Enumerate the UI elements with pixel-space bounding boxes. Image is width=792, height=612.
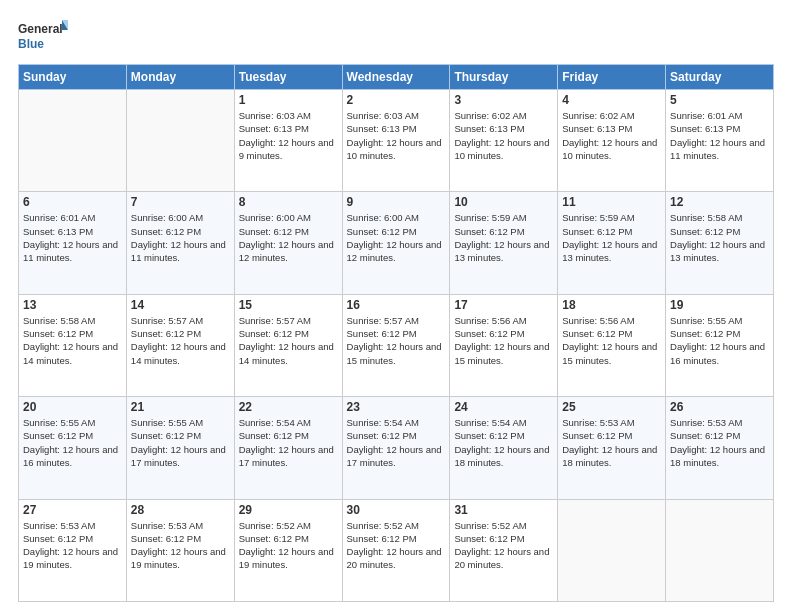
- calendar-cell: 28Sunrise: 5:53 AM Sunset: 6:12 PM Dayli…: [126, 499, 234, 601]
- calendar-cell: 22Sunrise: 5:54 AM Sunset: 6:12 PM Dayli…: [234, 397, 342, 499]
- calendar-cell: 6Sunrise: 6:01 AM Sunset: 6:13 PM Daylig…: [19, 192, 127, 294]
- day-number: 9: [347, 195, 446, 209]
- calendar-cell: [126, 90, 234, 192]
- day-info: Sunrise: 6:01 AM Sunset: 6:13 PM Dayligh…: [23, 211, 122, 264]
- calendar-cell: 24Sunrise: 5:54 AM Sunset: 6:12 PM Dayli…: [450, 397, 558, 499]
- calendar-cell: 23Sunrise: 5:54 AM Sunset: 6:12 PM Dayli…: [342, 397, 450, 499]
- calendar-cell: 9Sunrise: 6:00 AM Sunset: 6:12 PM Daylig…: [342, 192, 450, 294]
- calendar-day-header: Saturday: [666, 65, 774, 90]
- day-number: 31: [454, 503, 553, 517]
- calendar-cell: 29Sunrise: 5:52 AM Sunset: 6:12 PM Dayli…: [234, 499, 342, 601]
- day-number: 18: [562, 298, 661, 312]
- calendar-cell: 20Sunrise: 5:55 AM Sunset: 6:12 PM Dayli…: [19, 397, 127, 499]
- calendar-cell: 27Sunrise: 5:53 AM Sunset: 6:12 PM Dayli…: [19, 499, 127, 601]
- day-info: Sunrise: 5:58 AM Sunset: 6:12 PM Dayligh…: [670, 211, 769, 264]
- day-number: 5: [670, 93, 769, 107]
- day-info: Sunrise: 5:57 AM Sunset: 6:12 PM Dayligh…: [131, 314, 230, 367]
- calendar-cell: 10Sunrise: 5:59 AM Sunset: 6:12 PM Dayli…: [450, 192, 558, 294]
- calendar-cell: 14Sunrise: 5:57 AM Sunset: 6:12 PM Dayli…: [126, 294, 234, 396]
- day-info: Sunrise: 5:53 AM Sunset: 6:12 PM Dayligh…: [23, 519, 122, 572]
- day-number: 20: [23, 400, 122, 414]
- logo: General Blue: [18, 18, 68, 54]
- calendar-day-header: Tuesday: [234, 65, 342, 90]
- logo-icon: General Blue: [18, 18, 68, 54]
- calendar-cell: 12Sunrise: 5:58 AM Sunset: 6:12 PM Dayli…: [666, 192, 774, 294]
- day-number: 26: [670, 400, 769, 414]
- calendar-cell: 21Sunrise: 5:55 AM Sunset: 6:12 PM Dayli…: [126, 397, 234, 499]
- calendar-cell: 17Sunrise: 5:56 AM Sunset: 6:12 PM Dayli…: [450, 294, 558, 396]
- day-info: Sunrise: 5:52 AM Sunset: 6:12 PM Dayligh…: [239, 519, 338, 572]
- calendar-cell: [558, 499, 666, 601]
- calendar-day-header: Thursday: [450, 65, 558, 90]
- day-number: 29: [239, 503, 338, 517]
- calendar-week-row: 20Sunrise: 5:55 AM Sunset: 6:12 PM Dayli…: [19, 397, 774, 499]
- day-number: 13: [23, 298, 122, 312]
- day-info: Sunrise: 5:57 AM Sunset: 6:12 PM Dayligh…: [347, 314, 446, 367]
- day-info: Sunrise: 5:54 AM Sunset: 6:12 PM Dayligh…: [239, 416, 338, 469]
- day-info: Sunrise: 5:54 AM Sunset: 6:12 PM Dayligh…: [347, 416, 446, 469]
- day-number: 7: [131, 195, 230, 209]
- day-info: Sunrise: 5:55 AM Sunset: 6:12 PM Dayligh…: [23, 416, 122, 469]
- day-number: 15: [239, 298, 338, 312]
- day-number: 27: [23, 503, 122, 517]
- calendar-week-row: 13Sunrise: 5:58 AM Sunset: 6:12 PM Dayli…: [19, 294, 774, 396]
- day-number: 14: [131, 298, 230, 312]
- calendar-cell: 7Sunrise: 6:00 AM Sunset: 6:12 PM Daylig…: [126, 192, 234, 294]
- day-info: Sunrise: 5:59 AM Sunset: 6:12 PM Dayligh…: [454, 211, 553, 264]
- day-number: 16: [347, 298, 446, 312]
- day-info: Sunrise: 5:57 AM Sunset: 6:12 PM Dayligh…: [239, 314, 338, 367]
- calendar-week-row: 27Sunrise: 5:53 AM Sunset: 6:12 PM Dayli…: [19, 499, 774, 601]
- calendar-cell: 16Sunrise: 5:57 AM Sunset: 6:12 PM Dayli…: [342, 294, 450, 396]
- page-header: General Blue: [18, 18, 774, 54]
- calendar-cell: 30Sunrise: 5:52 AM Sunset: 6:12 PM Dayli…: [342, 499, 450, 601]
- day-info: Sunrise: 6:00 AM Sunset: 6:12 PM Dayligh…: [239, 211, 338, 264]
- calendar-table: SundayMondayTuesdayWednesdayThursdayFrid…: [18, 64, 774, 602]
- calendar-day-header: Friday: [558, 65, 666, 90]
- day-number: 12: [670, 195, 769, 209]
- day-info: Sunrise: 5:55 AM Sunset: 6:12 PM Dayligh…: [131, 416, 230, 469]
- calendar-cell: 13Sunrise: 5:58 AM Sunset: 6:12 PM Dayli…: [19, 294, 127, 396]
- day-number: 2: [347, 93, 446, 107]
- day-number: 6: [23, 195, 122, 209]
- day-number: 1: [239, 93, 338, 107]
- day-number: 22: [239, 400, 338, 414]
- calendar-cell: 1Sunrise: 6:03 AM Sunset: 6:13 PM Daylig…: [234, 90, 342, 192]
- calendar-cell: 26Sunrise: 5:53 AM Sunset: 6:12 PM Dayli…: [666, 397, 774, 499]
- day-number: 8: [239, 195, 338, 209]
- calendar-day-header: Wednesday: [342, 65, 450, 90]
- day-number: 30: [347, 503, 446, 517]
- day-number: 25: [562, 400, 661, 414]
- day-info: Sunrise: 6:02 AM Sunset: 6:13 PM Dayligh…: [562, 109, 661, 162]
- day-number: 10: [454, 195, 553, 209]
- day-info: Sunrise: 5:54 AM Sunset: 6:12 PM Dayligh…: [454, 416, 553, 469]
- day-info: Sunrise: 6:01 AM Sunset: 6:13 PM Dayligh…: [670, 109, 769, 162]
- calendar-day-header: Sunday: [19, 65, 127, 90]
- day-info: Sunrise: 5:53 AM Sunset: 6:12 PM Dayligh…: [131, 519, 230, 572]
- day-info: Sunrise: 5:56 AM Sunset: 6:12 PM Dayligh…: [454, 314, 553, 367]
- svg-text:General: General: [18, 22, 63, 36]
- calendar-cell: 18Sunrise: 5:56 AM Sunset: 6:12 PM Dayli…: [558, 294, 666, 396]
- calendar-cell: 11Sunrise: 5:59 AM Sunset: 6:12 PM Dayli…: [558, 192, 666, 294]
- calendar-cell: 15Sunrise: 5:57 AM Sunset: 6:12 PM Dayli…: [234, 294, 342, 396]
- calendar-cell: [19, 90, 127, 192]
- day-info: Sunrise: 6:03 AM Sunset: 6:13 PM Dayligh…: [239, 109, 338, 162]
- day-info: Sunrise: 5:52 AM Sunset: 6:12 PM Dayligh…: [454, 519, 553, 572]
- day-number: 23: [347, 400, 446, 414]
- day-info: Sunrise: 5:55 AM Sunset: 6:12 PM Dayligh…: [670, 314, 769, 367]
- day-number: 17: [454, 298, 553, 312]
- day-info: Sunrise: 6:03 AM Sunset: 6:13 PM Dayligh…: [347, 109, 446, 162]
- calendar-cell: 25Sunrise: 5:53 AM Sunset: 6:12 PM Dayli…: [558, 397, 666, 499]
- day-number: 3: [454, 93, 553, 107]
- day-number: 28: [131, 503, 230, 517]
- day-number: 19: [670, 298, 769, 312]
- day-number: 24: [454, 400, 553, 414]
- day-info: Sunrise: 5:52 AM Sunset: 6:12 PM Dayligh…: [347, 519, 446, 572]
- calendar-cell: 3Sunrise: 6:02 AM Sunset: 6:13 PM Daylig…: [450, 90, 558, 192]
- day-info: Sunrise: 5:53 AM Sunset: 6:12 PM Dayligh…: [562, 416, 661, 469]
- day-info: Sunrise: 5:53 AM Sunset: 6:12 PM Dayligh…: [670, 416, 769, 469]
- calendar-day-header: Monday: [126, 65, 234, 90]
- day-number: 4: [562, 93, 661, 107]
- calendar-cell: [666, 499, 774, 601]
- calendar-header-row: SundayMondayTuesdayWednesdayThursdayFrid…: [19, 65, 774, 90]
- svg-text:Blue: Blue: [18, 37, 44, 51]
